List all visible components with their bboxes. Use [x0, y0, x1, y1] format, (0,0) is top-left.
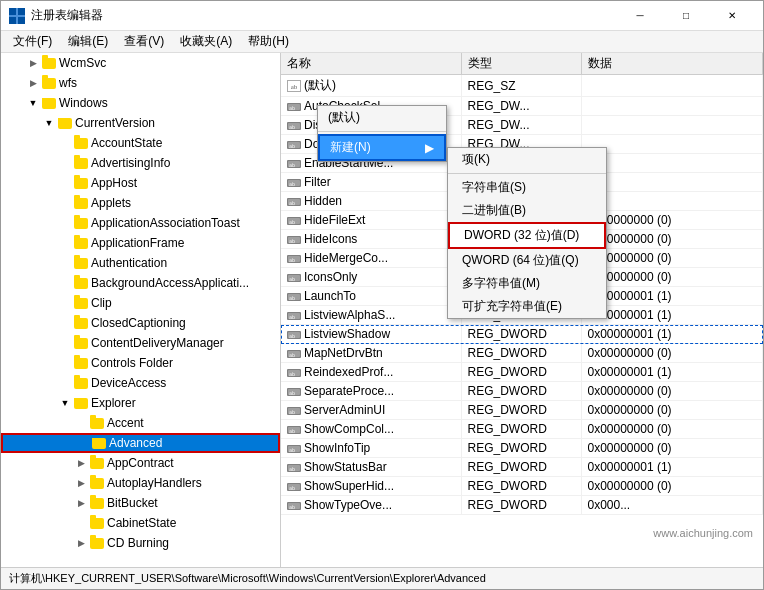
- tree-item-explorer[interactable]: ▼ Explorer: [1, 393, 280, 413]
- tree-item-advertisinginfo[interactable]: AdvertisingInfo: [1, 153, 280, 173]
- tree-item-advanced[interactable]: Advanced: [1, 433, 280, 453]
- app-icon: [9, 8, 25, 24]
- table-row[interactable]: abListviewShadowREG_DWORD0x00000001 (1): [281, 325, 763, 344]
- table-row[interactable]: abShowCompCol...REG_DWORD0x00000000 (0): [281, 420, 763, 439]
- folder-icon-accent: [89, 415, 105, 431]
- tree-arrow-cdburning: ▶: [73, 535, 89, 551]
- folder-icon-wfs: [41, 75, 57, 91]
- svg-text:ab: ab: [289, 143, 295, 149]
- reg-row-data: 0x00000000 (0): [581, 401, 763, 420]
- table-row[interactable]: ab(默认)REG_SZ: [281, 75, 763, 97]
- tree-arrow-explorer: ▼: [57, 395, 73, 411]
- tree-item-windows[interactable]: ▼ Windows: [1, 93, 280, 113]
- tree-item-cdburning[interactable]: ▶ CD Burning: [1, 533, 280, 553]
- tree-arrow-accountstate: [57, 135, 73, 151]
- tree-item-controlsfolder[interactable]: Controls Folder: [1, 353, 280, 373]
- reg-row-data: 0x00000001 (1): [581, 306, 763, 325]
- tree-label-applicationassociationtoast: ApplicationAssociationToast: [91, 216, 240, 230]
- svg-text:ab: ab: [289, 409, 295, 415]
- menu-file[interactable]: 文件(F): [5, 31, 60, 53]
- tree-label-deviceaccess: DeviceAccess: [91, 376, 166, 390]
- svg-text:ab: ab: [289, 295, 295, 301]
- tree-pane[interactable]: ▶ WcmSvc ▶ wfs ▼ Windows: [1, 53, 281, 567]
- svg-text:ab: ab: [289, 371, 295, 377]
- menu-favorites[interactable]: 收藏夹(A): [172, 31, 240, 53]
- menu-edit[interactable]: 编辑(E): [60, 31, 116, 53]
- maximize-button[interactable]: □: [663, 1, 709, 31]
- tree-arrow-wfs: ▶: [25, 75, 41, 91]
- tree-arrow-accent: [73, 415, 89, 431]
- table-row[interactable]: abShowTypeOve...REG_DWORD0x000...: [281, 496, 763, 515]
- menu-help[interactable]: 帮助(H): [240, 31, 297, 53]
- ctx-sub-expandstring[interactable]: 可扩充字符串值(E): [448, 295, 606, 318]
- menu-view[interactable]: 查看(V): [116, 31, 172, 53]
- tree-item-apphost[interactable]: AppHost: [1, 173, 280, 193]
- reg-row-name: abShowTypeOve...: [281, 496, 461, 515]
- tree-item-wcmsvc[interactable]: ▶ WcmSvc: [1, 53, 280, 73]
- table-row[interactable]: abSeparateProce...REG_DWORD0x00000000 (0…: [281, 382, 763, 401]
- tree-item-closedcaptioning[interactable]: ClosedCaptioning: [1, 313, 280, 333]
- tree-item-authentication[interactable]: Authentication: [1, 253, 280, 273]
- reg-row-type: REG_DW...: [461, 97, 581, 116]
- ctx-sub-multistring[interactable]: 多字符串值(M): [448, 272, 606, 295]
- reg-row-data: 0x00000001 (1): [581, 363, 763, 382]
- ctx-sub-qword[interactable]: QWORD (64 位)值(Q): [448, 249, 606, 272]
- reg-row-name: abReindexedProf...: [281, 363, 461, 382]
- tree-arrow-wcmsvc: ▶: [25, 55, 41, 71]
- tree-label-explorer: Explorer: [91, 396, 136, 410]
- tree-label-accountstate: AccountState: [91, 136, 162, 150]
- tree-item-currentversion[interactable]: ▼ CurrentVersion: [1, 113, 280, 133]
- reg-row-data: 0x00000000 (0): [581, 477, 763, 496]
- table-row[interactable]: abShowStatusBarREG_DWORD0x00000001 (1): [281, 458, 763, 477]
- tree-item-deviceaccess[interactable]: DeviceAccess: [1, 373, 280, 393]
- tree-item-contentdeliverymanager[interactable]: ContentDeliveryManager: [1, 333, 280, 353]
- reg-row-data: 0x00000000 (0): [581, 249, 763, 268]
- reg-row-type: REG_DWORD: [461, 458, 581, 477]
- svg-text:ab: ab: [289, 333, 295, 339]
- tree-arrow-deviceaccess: [57, 375, 73, 391]
- reg-row-name: abHideFileExt: [281, 211, 461, 230]
- table-row[interactable]: abReindexedProf...REG_DWORD0x00000001 (1…: [281, 363, 763, 382]
- reg-row-name: abShowInfoTip: [281, 439, 461, 458]
- tree-item-autoplayhandlers[interactable]: ▶ AutoplayHandlers: [1, 473, 280, 493]
- reg-row-type: REG_DWORD: [461, 401, 581, 420]
- tree-item-applicationassociationtoast[interactable]: ApplicationAssociationToast: [1, 213, 280, 233]
- folder-icon-controlsfolder: [73, 355, 89, 371]
- tree-arrow-advanced: [75, 435, 91, 451]
- tree-arrow-autoplayhandlers: ▶: [73, 475, 89, 491]
- svg-text:ab: ab: [289, 181, 295, 187]
- tree-item-backgroundaccessapplication[interactable]: BackgroundAccessApplicati...: [1, 273, 280, 293]
- tree-item-appcontract[interactable]: ▶ AppContract: [1, 453, 280, 473]
- folder-icon-authentication: [73, 255, 89, 271]
- tree-item-cabinetstate[interactable]: CabinetState: [1, 513, 280, 533]
- table-row[interactable]: abShowInfoTipREG_DWORD0x00000000 (0): [281, 439, 763, 458]
- tree-item-accountstate[interactable]: AccountState: [1, 133, 280, 153]
- tree-item-bitbucket[interactable]: ▶ BitBucket: [1, 493, 280, 513]
- submenu[interactable]: 项(K) 字符串值(S) 二进制值(B) DWORD (32 位)值(D) QW…: [447, 147, 607, 319]
- table-row[interactable]: abShowSuperHid...REG_DWORD0x00000000 (0): [281, 477, 763, 496]
- tree-item-wfs[interactable]: ▶ wfs: [1, 73, 280, 93]
- tree-item-clip[interactable]: Clip: [1, 293, 280, 313]
- ctx-item-new[interactable]: 新建(N) ▶: [318, 134, 446, 161]
- tree-item-applicationframe[interactable]: ApplicationFrame: [1, 233, 280, 253]
- tree-label-applicationframe: ApplicationFrame: [91, 236, 184, 250]
- ctx-sub-dword[interactable]: DWORD (32 位)值(D): [448, 222, 606, 249]
- ctx-sub-binary[interactable]: 二进制值(B): [448, 199, 606, 222]
- folder-icon-cabinetstate: [89, 515, 105, 531]
- minimize-button[interactable]: ─: [617, 1, 663, 31]
- tree-item-accent[interactable]: Accent: [1, 413, 280, 433]
- close-button[interactable]: ✕: [709, 1, 755, 31]
- folder-icon-advertisinginfo: [73, 155, 89, 171]
- tree-label-accent: Accent: [107, 416, 144, 430]
- reg-row-data: 0x00000001 (1): [581, 458, 763, 477]
- table-row[interactable]: abMapNetDrvBtnREG_DWORD0x00000000 (0): [281, 344, 763, 363]
- ctx-item-default[interactable]: (默认): [318, 106, 446, 129]
- folder-icon-backgroundaccessapplication: [73, 275, 89, 291]
- ctx-sub-string[interactable]: 字符串值(S): [448, 176, 606, 199]
- tree-item-applets[interactable]: Applets: [1, 193, 280, 213]
- svg-rect-0: [9, 8, 16, 15]
- ctx-sub-key[interactable]: 项(K): [448, 148, 606, 171]
- reg-row-data: [581, 97, 763, 116]
- table-row[interactable]: abServerAdminUIREG_DWORD0x00000000 (0): [281, 401, 763, 420]
- main-context-menu[interactable]: (默认) 新建(N) ▶: [317, 105, 447, 162]
